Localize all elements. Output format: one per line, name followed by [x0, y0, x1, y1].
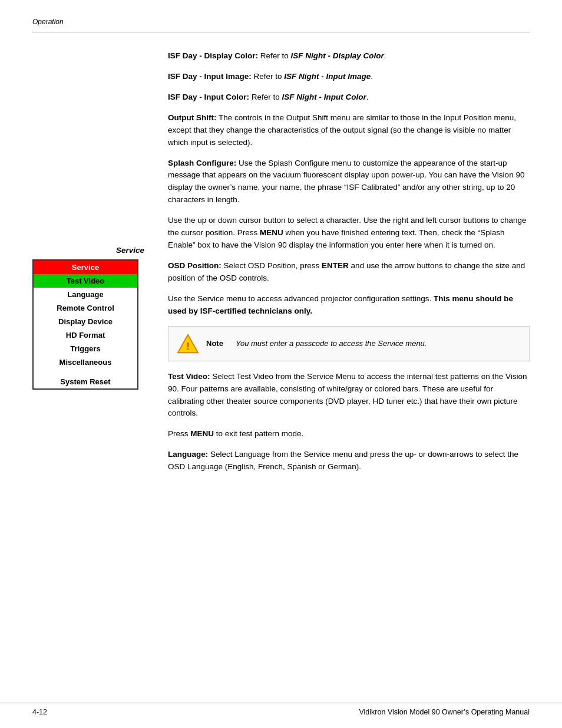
menu-item-hd-format[interactable]: HD Format [34, 328, 137, 342]
isf-night-display-color-ref: ISF Night - Display Color [291, 51, 384, 60]
press-menu: Press MENU to exit test pattern mode. [168, 428, 530, 440]
menu-item-service[interactable]: Service [34, 261, 137, 274]
output-shift-bold: Output Shift: [168, 113, 216, 122]
osd-position: OSD Position: Select OSD Position, press… [168, 260, 530, 285]
top-rule [32, 32, 530, 32]
isf-night-input-image-ref: ISF Night - Input Image [284, 72, 371, 81]
menu-item-display-device[interactable]: Display Device [34, 315, 137, 328]
output-shift: Output Shift: The controls in the Output… [168, 112, 530, 149]
content-area: Service Service Test Video Language Remo… [0, 50, 562, 482]
note-text: You must enter a passcode to access the … [236, 338, 427, 350]
page-container: Operation Service Service Test Video Lan… [0, 0, 562, 728]
menu-bold-2: MENU [190, 429, 214, 438]
note-label: Note [206, 339, 227, 348]
menu-item-system-reset[interactable]: System Reset [34, 375, 137, 388]
isf-day-display-color: ISF Day - Display Color: Refer to ISF Ni… [168, 50, 530, 62]
isf-day-input-color: ISF Day - Input Color: Refer to ISF Nigh… [168, 91, 530, 104]
service-section-label: Service [32, 245, 150, 255]
left-column: Service Service Test Video Language Remo… [32, 50, 162, 482]
test-video-text: Select Test Video from the Service Menu … [168, 372, 527, 418]
service-intro: Use the Service menu to access advanced … [168, 293, 530, 318]
language-bold: Language: [168, 450, 208, 459]
enter-bold: ENTER [322, 261, 349, 270]
svg-text:!: ! [186, 340, 190, 351]
warning-icon: ! [177, 332, 199, 355]
service-menu-box: Service Test Video Language Remote Contr… [32, 259, 138, 390]
isf-day-display-color-bold: ISF Day - Display Color: [168, 51, 258, 60]
isf-day-input-image-bold: ISF Day - Input Image: [168, 72, 252, 81]
footer-page-number: 4-12 [32, 708, 47, 716]
menu-item-remote-control[interactable]: Remote Control [34, 301, 137, 315]
left-spacer [32, 50, 150, 245]
menu-bold-1: MENU [260, 228, 283, 237]
menu-item-language[interactable]: Language [34, 288, 137, 301]
language-text: Select Language from the Service menu an… [168, 450, 518, 471]
language: Language: Select Language from the Servi… [168, 449, 530, 473]
right-column: ISF Day - Display Color: Refer to ISF Ni… [162, 50, 530, 482]
isf-day-input-color-bold: ISF Day - Input Color: [168, 93, 249, 101]
splash-configure-bold: Splash Configure: [168, 159, 236, 167]
test-video: Test Video: Select Test Video from the S… [168, 371, 530, 420]
menu-item-miscellaneous[interactable]: Miscellaneous [34, 355, 137, 369]
splash-configure: Splash Configure: Use the Splash Configu… [168, 157, 530, 207]
menu-spacer [34, 369, 137, 375]
menu-item-triggers[interactable]: Triggers [34, 342, 137, 355]
footer: 4-12 Vidikron Vision Model 90 Owner’s Op… [0, 703, 562, 716]
output-shift-text: The controls in the Output Shift menu ar… [168, 113, 516, 147]
breadcrumb: Operation [32, 18, 562, 26]
note-box: ! Note You must enter a passcode to acce… [168, 326, 530, 361]
isf-night-input-color-ref: ISF Night - Input Color [282, 93, 366, 101]
test-video-bold: Test Video: [168, 372, 210, 381]
splash-configure-2: Use the up or down cursor button to sele… [168, 215, 530, 252]
isf-day-input-image: ISF Day - Input Image: Refer to ISF Nigh… [168, 71, 530, 83]
footer-manual-title: Vidikron Vision Model 90 Owner’s Operati… [359, 708, 530, 716]
osd-position-bold: OSD Position: [168, 261, 222, 270]
menu-item-test-video[interactable]: Test Video [34, 274, 137, 288]
